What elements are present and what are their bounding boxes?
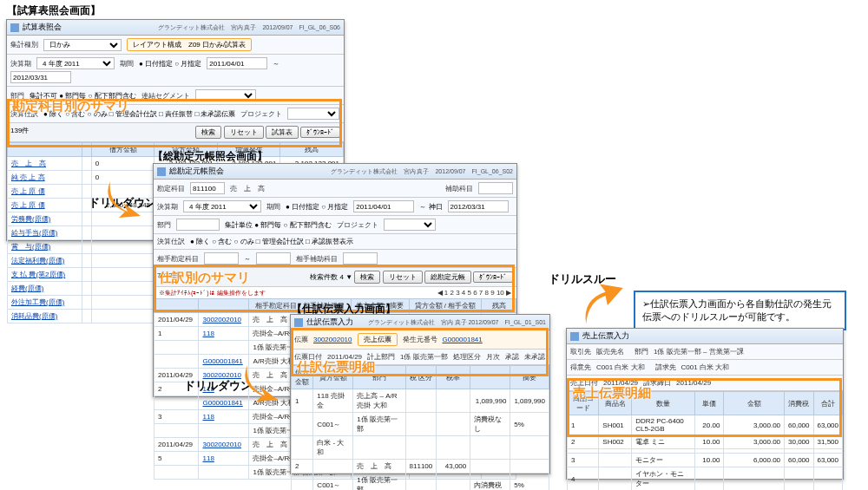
table-row[interactable]: 3モニター10.006,000.0060,00063,000 [568, 454, 843, 467]
origin-no[interactable]: G000001841 [443, 336, 483, 343]
layout-pill[interactable]: レイアウト構成 Z09 日かみ/試算表 [127, 38, 252, 51]
cell [91, 240, 155, 254]
table-row[interactable]: 4イヤホン・モニター [568, 467, 843, 491]
cell: 43,000 [437, 460, 470, 474]
cell: 0 [91, 157, 155, 171]
cell: 5% [510, 413, 549, 436]
cell [155, 396, 199, 410]
origin-slip-button[interactable]: 売上伝票 [358, 333, 398, 346]
cell [91, 296, 155, 310]
cell: 電卓 ミニ [632, 435, 695, 449]
cell: 3002002010 [199, 438, 249, 452]
table-row[interactable]: 2SH002電卓 ミニ10.003,000.0030,00031,500 [568, 435, 843, 449]
cell: 支 払 費(第2原価) [8, 268, 82, 282]
dl-button[interactable]: ﾀﾞｳﾝﾛｰﾄﾞ [300, 127, 340, 138]
cell: 1 [155, 327, 199, 341]
seg-select[interactable] [195, 89, 256, 101]
cell: 法定福利費(原価) [8, 254, 82, 268]
cell [470, 460, 510, 474]
cell: 2 [292, 460, 313, 474]
w2-period-radios[interactable]: ● 日付指定 ○ 月指定 [286, 202, 348, 212]
cell [91, 310, 155, 323]
w2-dl[interactable]: ﾀﾞｳﾝﾛｰﾄﾞ [473, 271, 513, 283]
reset-button[interactable]: リセット [224, 126, 264, 139]
win2-title: 総勘定元帳照会 [169, 166, 224, 177]
cell [292, 413, 313, 436]
table-row[interactable]: 1SH001DDR2 PC-6400 CL5-2GB20.003,000.006… [568, 415, 843, 435]
table-row[interactable]: 白米 - 大和 [292, 436, 549, 460]
cell: 10.00 [694, 454, 723, 467]
search-button[interactable]: 検索 [195, 126, 221, 139]
cell [91, 282, 155, 296]
pacct[interactable] [204, 252, 239, 265]
win4-grid: 商品コード商品名数量単価金額消費税合計 1SH001DDR2 PC-6400 C… [567, 391, 843, 490]
table-row[interactable]: C001～1係 販売第一部内消費税5% [292, 474, 549, 491]
table-row[interactable]: 1118 売掛金売上高 – A/R売掛 大和1,089,9901,089,990 [292, 389, 549, 413]
col-header [82, 143, 91, 157]
cell: G000001841 [199, 355, 249, 369]
win1-btnrow: 139件 検索 リセット 試算表 ﾀﾞｳﾝﾛｰﾄﾞ [7, 123, 344, 142]
cell [91, 254, 155, 268]
w2-pages: 検索件数 4 ▼ [310, 273, 352, 281]
field: 得意先 [570, 363, 591, 372]
cell [155, 466, 199, 480]
col-header [470, 366, 510, 389]
cell: 売上高 – A/R売掛 大和 [353, 389, 405, 413]
cell [91, 268, 155, 282]
pacct2[interactable] [256, 252, 291, 265]
group-select[interactable]: 日かみ [43, 39, 122, 51]
win3-title: 仕訳伝票入力 [306, 317, 353, 328]
sub-input[interactable] [478, 182, 513, 194]
period-to[interactable] [10, 71, 71, 83]
field: 1係 販売第一部 [400, 352, 448, 362]
tb-button[interactable]: 試算表 [266, 126, 299, 139]
cell [405, 436, 437, 460]
origin-label: 発生元番号 [403, 335, 437, 344]
cell: 10.00 [694, 435, 723, 449]
cell [405, 413, 437, 436]
cell: 118 [199, 327, 249, 341]
w2-reset[interactable]: リセット [383, 271, 423, 284]
w2-dept-radios[interactable]: 集計単位 ● 部門毎 ○ 配下部門含む [225, 220, 332, 230]
w2-note: ※集計ｱｲﾃﾑ(ｺｰﾄﾞ)は 編集操作をします [159, 289, 266, 297]
w2-to[interactable] [448, 200, 509, 212]
period-radios[interactable]: ● 日付指定 ○ 月指定 [139, 59, 201, 69]
cell: 外注加工費(原価) [8, 296, 82, 310]
w2-fyear[interactable]: 4 年度 2011 [183, 200, 261, 212]
field: 2011/04/29 [676, 379, 711, 387]
win2-meta: グランディット株式会社 宮内 真子 2012/09/07 FI_GL_06_S0… [331, 167, 513, 176]
table-row[interactable]: 2売 上 高81110043,000 [292, 460, 549, 474]
w2-proj[interactable] [384, 219, 436, 231]
w2-dept[interactable] [176, 219, 220, 231]
cell: 3 [568, 454, 599, 467]
psub[interactable] [343, 252, 378, 265]
fyear-select[interactable]: 4 年度 2011 [36, 57, 115, 69]
cell: C001～ [313, 474, 353, 491]
w2-gl[interactable]: 総勘定元帳 [424, 271, 471, 284]
slip-no[interactable]: 3002002010 [313, 336, 352, 343]
w2-dept-label: 部門 [157, 220, 171, 230]
cell: 売 上 原 価 [8, 185, 82, 199]
col-header: 税率 [437, 366, 470, 389]
proj-select[interactable] [287, 108, 339, 120]
cell [155, 424, 199, 438]
period-from[interactable] [207, 57, 267, 69]
w2-je-radios[interactable]: ● 除く ○ 含む ○ のみ □ 管理会計仕訳 □ 承認振替表示 [190, 237, 353, 246]
cell [199, 424, 249, 438]
col-header: 摘要 [510, 366, 549, 389]
win1-meta: グランディット株式会社 宮内 真子 2012/09/07 FI_GL_06_S0… [158, 23, 340, 32]
drill-arrow-2 [243, 361, 286, 404]
col-header: 単価 [694, 392, 723, 415]
cell: モニター [632, 454, 695, 467]
cell: 純 売 上 高 [8, 171, 82, 185]
w2-search[interactable]: 検索 [354, 271, 380, 284]
table-row[interactable]: C001～1係 販売第一部消費税なし5% [292, 413, 549, 436]
w2-je-label: 決算仕訳 [157, 237, 185, 246]
acct-code[interactable] [190, 182, 225, 194]
w2-pager[interactable]: ◀ 1 2 3 4 5 6 7 8 9 10 ▶ [437, 289, 511, 297]
w2-from[interactable] [353, 200, 414, 212]
cell [82, 310, 91, 323]
win4-title: 売上伝票入力 [582, 330, 629, 342]
cell [437, 389, 470, 413]
overlay-account-summary: 勘定科目別のサマリ [12, 98, 129, 114]
